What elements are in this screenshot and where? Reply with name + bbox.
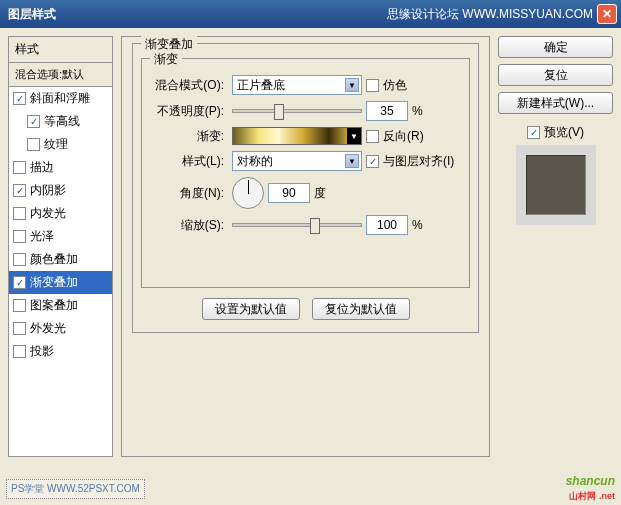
group-inner-label: 渐变 xyxy=(150,51,182,68)
window-title: 图层样式 xyxy=(8,6,56,23)
titlebar: 图层样式 思缘设计论坛 WWW.MISSYUAN.COM ✕ xyxy=(0,0,621,28)
style-item[interactable]: 纹理 xyxy=(9,133,112,156)
angle-label: 角度(N): xyxy=(150,185,228,202)
blend-options-row[interactable]: 混合选项:默认 xyxy=(9,63,112,87)
opacity-label: 不透明度(P): xyxy=(150,103,228,120)
opacity-slider[interactable] xyxy=(232,109,362,113)
footer: PS学堂 WWW.52PSXT.COM shancun 山村网 .net xyxy=(0,465,621,505)
style-item[interactable]: 斜面和浮雕 xyxy=(9,87,112,110)
style-item[interactable]: 描边 xyxy=(9,156,112,179)
style-checkbox[interactable] xyxy=(27,115,40,128)
preview-checkbox[interactable] xyxy=(527,126,540,139)
angle-unit: 度 xyxy=(314,185,326,202)
gradient-picker[interactable]: ▼ xyxy=(232,127,362,145)
style-item[interactable]: 光泽 xyxy=(9,225,112,248)
style-item-label: 内发光 xyxy=(30,205,66,222)
blend-mode-combo[interactable]: 正片叠底 ▼ xyxy=(232,75,362,95)
cancel-button[interactable]: 复位 xyxy=(498,64,613,86)
new-style-button[interactable]: 新建样式(W)... xyxy=(498,92,613,114)
style-combo[interactable]: 对称的 ▼ xyxy=(232,151,362,171)
make-default-button[interactable]: 设置为默认值 xyxy=(202,298,300,320)
style-item[interactable]: 渐变叠加 xyxy=(9,271,112,294)
style-checkbox[interactable] xyxy=(13,230,26,243)
style-checkbox[interactable] xyxy=(27,138,40,151)
dialog-body: 样式 混合选项:默认 斜面和浮雕等高线纹理描边内阴影内发光光泽颜色叠加渐变叠加图… xyxy=(0,28,621,465)
scale-label: 缩放(S): xyxy=(150,217,228,234)
style-item[interactable]: 外发光 xyxy=(9,317,112,340)
opacity-input[interactable] xyxy=(366,101,408,121)
style-item-label: 外发光 xyxy=(30,320,66,337)
style-item-label: 颜色叠加 xyxy=(30,251,78,268)
style-item[interactable]: 投影 xyxy=(9,340,112,363)
style-item-label: 光泽 xyxy=(30,228,54,245)
style-item-label: 纹理 xyxy=(44,136,68,153)
angle-input[interactable] xyxy=(268,183,310,203)
watermark-brand: shancun xyxy=(566,474,615,488)
scale-slider[interactable] xyxy=(232,223,362,227)
ok-button[interactable]: 确定 xyxy=(498,36,613,58)
watermark-left: PS学堂 WWW.52PSXT.COM xyxy=(6,479,145,499)
opacity-unit: % xyxy=(412,104,423,118)
scale-unit: % xyxy=(412,218,423,232)
scale-input[interactable] xyxy=(366,215,408,235)
angle-dial[interactable] xyxy=(232,177,264,209)
watermark-sub: 山村网 .net xyxy=(566,490,615,503)
style-item-label: 内阴影 xyxy=(30,182,66,199)
style-item-label: 图案叠加 xyxy=(30,297,78,314)
preview-label: 预览(V) xyxy=(544,124,584,141)
style-item[interactable]: 颜色叠加 xyxy=(9,248,112,271)
style-item-label: 等高线 xyxy=(44,113,80,130)
style-item[interactable]: 图案叠加 xyxy=(9,294,112,317)
style-checkbox[interactable] xyxy=(13,345,26,358)
styles-list: 样式 混合选项:默认 斜面和浮雕等高线纹理描边内阴影内发光光泽颜色叠加渐变叠加图… xyxy=(8,36,113,457)
chevron-down-icon: ▼ xyxy=(345,78,359,92)
blend-mode-label: 混合模式(O): xyxy=(150,77,228,94)
style-checkbox[interactable] xyxy=(13,92,26,105)
gradient-label: 渐变: xyxy=(150,128,228,145)
chevron-down-icon: ▼ xyxy=(345,154,359,168)
styles-header[interactable]: 样式 xyxy=(9,37,112,63)
style-checkbox[interactable] xyxy=(13,207,26,220)
align-checkbox[interactable] xyxy=(366,155,379,168)
right-panel: 确定 复位 新建样式(W)... 预览(V) xyxy=(498,36,613,457)
style-item[interactable]: 内阴影 xyxy=(9,179,112,202)
close-button[interactable]: ✕ xyxy=(597,4,617,24)
style-value: 对称的 xyxy=(237,153,273,170)
watermark-right: shancun 山村网 .net xyxy=(566,469,615,503)
style-item-label: 投影 xyxy=(30,343,54,360)
reset-default-button[interactable]: 复位为默认值 xyxy=(312,298,410,320)
center-panel: 渐变叠加 渐变 混合模式(O): 正片叠底 ▼ 仿色 不透明度(P): % xyxy=(121,36,490,457)
style-checkbox[interactable] xyxy=(13,276,26,289)
titlebar-right: 思缘设计论坛 WWW.MISSYUAN.COM ✕ xyxy=(387,4,617,24)
blend-mode-value: 正片叠底 xyxy=(237,77,285,94)
chevron-down-icon: ▼ xyxy=(347,128,361,144)
style-item[interactable]: 内发光 xyxy=(9,202,112,225)
style-label: 样式(L): xyxy=(150,153,228,170)
style-checkbox[interactable] xyxy=(13,253,26,266)
dither-label: 仿色 xyxy=(383,77,407,94)
align-label: 与图层对齐(I) xyxy=(383,153,454,170)
reverse-label: 反向(R) xyxy=(383,128,424,145)
style-checkbox[interactable] xyxy=(13,161,26,174)
style-item[interactable]: 等高线 xyxy=(9,110,112,133)
preview-thumbnail xyxy=(526,155,586,215)
style-checkbox[interactable] xyxy=(13,299,26,312)
dither-checkbox[interactable] xyxy=(366,79,379,92)
style-checkbox[interactable] xyxy=(13,322,26,335)
reverse-checkbox[interactable] xyxy=(366,130,379,143)
group-gradient-overlay: 渐变叠加 渐变 混合模式(O): 正片叠底 ▼ 仿色 不透明度(P): % xyxy=(132,43,479,333)
group-gradient: 渐变 混合模式(O): 正片叠底 ▼ 仿色 不透明度(P): % xyxy=(141,58,470,288)
style-item-label: 描边 xyxy=(30,159,54,176)
style-checkbox[interactable] xyxy=(13,184,26,197)
titlebar-credit: 思缘设计论坛 WWW.MISSYUAN.COM xyxy=(387,6,593,23)
style-item-label: 斜面和浮雕 xyxy=(30,90,90,107)
style-item-label: 渐变叠加 xyxy=(30,274,78,291)
